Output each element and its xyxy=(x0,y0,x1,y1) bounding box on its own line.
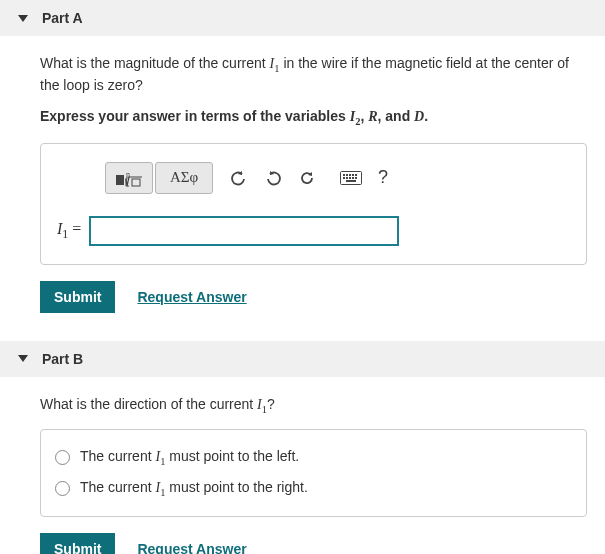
request-answer-link[interactable]: Request Answer xyxy=(137,289,246,305)
svg-rect-14 xyxy=(346,180,356,182)
text: The current xyxy=(80,448,155,464)
answer-row: I1 = xyxy=(57,216,570,246)
option-2-label: The current I1 must point to the right. xyxy=(80,479,308,498)
template-icon: n xyxy=(115,169,143,187)
part-a-title: Part A xyxy=(42,10,83,26)
help-button[interactable]: ? xyxy=(371,162,395,194)
equation-toolbar: n ΑΣφ xyxy=(105,162,570,194)
part-a-question: What is the magnitude of the current I1 … xyxy=(40,54,587,96)
svg-rect-7 xyxy=(352,174,354,176)
keyboard-button[interactable] xyxy=(333,162,369,194)
caret-down-icon xyxy=(18,15,28,22)
svg-rect-12 xyxy=(352,177,354,179)
text: , xyxy=(360,108,368,124)
templates-button[interactable]: n xyxy=(105,162,153,194)
part-b-body: What is the direction of the current I1?… xyxy=(0,395,605,554)
text: . xyxy=(424,108,428,124)
text: must point to the left. xyxy=(165,448,299,464)
part-a-buttons: Submit Request Answer xyxy=(40,281,587,313)
options-box: The current I1 must point to the left. T… xyxy=(40,429,587,517)
equals: = xyxy=(68,220,81,237)
svg-rect-0 xyxy=(116,175,124,185)
variable-r: R xyxy=(368,109,377,124)
text: What is the magnitude of the current xyxy=(40,55,270,71)
part-b-buttons: Submit Request Answer xyxy=(40,533,587,554)
variable-d: D xyxy=(414,109,424,124)
svg-rect-5 xyxy=(346,174,348,176)
option-2[interactable]: The current I1 must point to the right. xyxy=(55,473,572,504)
submit-button[interactable]: Submit xyxy=(40,281,115,313)
part-b-header[interactable]: Part B xyxy=(0,341,605,377)
answer-label: I1 = xyxy=(57,220,81,242)
greek-label: ΑΣφ xyxy=(170,169,198,186)
reset-button[interactable] xyxy=(291,162,323,194)
text: The current xyxy=(80,479,155,495)
svg-rect-11 xyxy=(349,177,351,179)
undo-button[interactable] xyxy=(223,162,255,194)
radio-icon[interactable] xyxy=(55,481,70,496)
svg-rect-9 xyxy=(343,177,345,179)
answer-input[interactable] xyxy=(89,216,399,246)
part-a-body: What is the magnitude of the current I1 … xyxy=(0,54,605,313)
text: must point to the right. xyxy=(165,479,307,495)
keyboard-icon xyxy=(340,171,362,185)
caret-down-icon xyxy=(18,355,28,362)
help-label: ? xyxy=(378,167,388,188)
text: , and xyxy=(378,108,415,124)
submit-button[interactable]: Submit xyxy=(40,533,115,554)
undo-icon xyxy=(230,169,248,187)
svg-rect-10 xyxy=(346,177,348,179)
part-b-title: Part B xyxy=(42,351,83,367)
text: Express your answer in terms of the vari… xyxy=(40,108,350,124)
part-a-header[interactable]: Part A xyxy=(0,0,605,36)
svg-rect-13 xyxy=(355,177,357,179)
request-answer-link[interactable]: Request Answer xyxy=(137,541,246,554)
answer-box: n ΑΣφ xyxy=(40,143,587,265)
svg-rect-6 xyxy=(349,174,351,176)
option-1[interactable]: The current I1 must point to the left. xyxy=(55,442,572,473)
option-1-label: The current I1 must point to the left. xyxy=(80,448,299,467)
part-b-question: What is the direction of the current I1? xyxy=(40,395,587,417)
reset-icon xyxy=(298,169,316,187)
text: ? xyxy=(267,396,275,412)
svg-rect-8 xyxy=(355,174,357,176)
radio-icon[interactable] xyxy=(55,450,70,465)
svg-rect-2 xyxy=(132,179,140,186)
part-a-instruction: Express your answer in terms of the vari… xyxy=(40,108,587,127)
text: What is the direction of the current xyxy=(40,396,257,412)
greek-button[interactable]: ΑΣφ xyxy=(155,162,213,194)
svg-rect-4 xyxy=(343,174,345,176)
redo-icon xyxy=(264,169,282,187)
redo-button[interactable] xyxy=(257,162,289,194)
